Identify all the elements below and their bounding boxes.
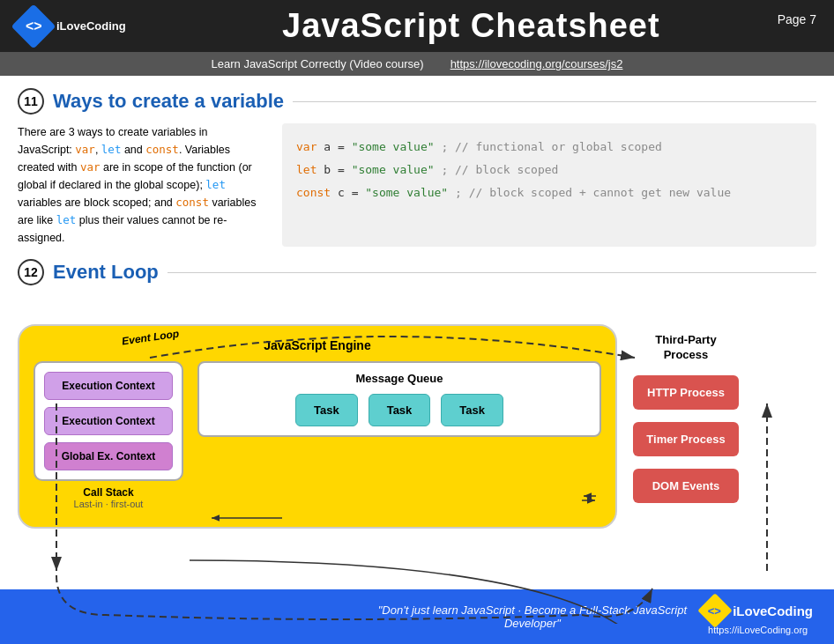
code-str2: "some value" bbox=[352, 163, 435, 176]
section12-title: Event Loop bbox=[53, 261, 159, 284]
footer-quote: "Don't just learn JavaScript · Become a … bbox=[362, 603, 704, 630]
main-content: 11 Ways to create a variable There are 3… bbox=[0, 76, 834, 633]
third-party-boxes: HTTP Process Timer Process DOM Events bbox=[633, 375, 739, 503]
section12-header: 12 Event Loop bbox=[18, 259, 816, 285]
code-eq3: = bbox=[352, 186, 366, 199]
let-keyword: let bbox=[101, 143, 122, 156]
code-var-a: a bbox=[324, 140, 331, 153]
task-3: Task bbox=[441, 394, 503, 426]
logo-area: <> iLoveCoding bbox=[18, 11, 126, 42]
code-let-kw: let bbox=[296, 163, 316, 176]
code-block: var a = "some value" ; // functional or … bbox=[282, 123, 816, 247]
footer-logo: <> iLoveCoding https://iLoveCoding.org bbox=[703, 598, 813, 635]
footer: "Don't just learn JavaScript · Become a … bbox=[0, 589, 834, 644]
js-engine-label: JavaScript Engine bbox=[34, 338, 601, 352]
code-comment2: ; // block scoped bbox=[441, 163, 558, 176]
third-party-label: Third-PartyProcess bbox=[655, 333, 716, 363]
footer-url: https://iLoveCoding.org bbox=[708, 625, 808, 635]
task-2: Task bbox=[369, 394, 431, 426]
logo-text: iLoveCoding bbox=[56, 19, 126, 33]
section11-title: Ways to create a variable bbox=[53, 90, 284, 113]
timer-process-box: Timer Process bbox=[633, 422, 739, 456]
let-keyword3: let bbox=[56, 213, 77, 226]
const-keyword: const bbox=[145, 143, 179, 156]
message-queue-box: Message Queue Task Task Task bbox=[197, 361, 601, 437]
code-var-kw: var bbox=[296, 140, 316, 153]
const-keyword2: const bbox=[175, 196, 209, 209]
section12-divider bbox=[168, 272, 816, 273]
footer-logo-row: <> iLoveCoding bbox=[703, 598, 813, 623]
mq-label: Message Queue bbox=[212, 372, 587, 385]
message-queue-area: Message Queue Task Task Task bbox=[197, 361, 601, 437]
section11-header: 11 Ways to create a variable bbox=[18, 88, 816, 115]
code-comment1: ; // functional or global scoped bbox=[441, 140, 661, 153]
call-stack-label: Call Stack bbox=[83, 486, 133, 499]
engine-inner: Execution Context Execution Context Glob… bbox=[34, 361, 601, 509]
js-engine-box: JavaScript Engine Execution Context Exec… bbox=[18, 324, 617, 529]
call-stack-area: Execution Context Execution Context Glob… bbox=[34, 361, 183, 509]
code-line3: const c = "some value" ; // block scoped… bbox=[296, 181, 802, 204]
course-link[interactable]: https://ilovecoding.org/courses/js2 bbox=[451, 57, 623, 70]
code-eq2: = bbox=[338, 163, 352, 176]
logo-diamond-icon: <> bbox=[11, 4, 56, 48]
code-var-c: c bbox=[338, 186, 345, 199]
code-str1: "some value" bbox=[352, 140, 435, 153]
code-str3: "some value" bbox=[365, 186, 448, 199]
global-exec-ctx: Global Ex. Context bbox=[44, 442, 173, 470]
code-var-b: b bbox=[324, 163, 331, 176]
subtitle-bar: Learn JavaScript Correctly (Video course… bbox=[0, 52, 834, 76]
page-title: JavaScript Cheatsheet bbox=[126, 7, 816, 45]
task-1: Task bbox=[295, 394, 358, 426]
section12-number: 12 bbox=[18, 259, 44, 285]
var-keyword2: var bbox=[80, 160, 101, 174]
code-const-kw: const bbox=[296, 186, 331, 199]
header: <> iLoveCoding JavaScript Cheatsheet Pag… bbox=[0, 0, 834, 52]
exec-ctx-2: Execution Context bbox=[44, 407, 173, 435]
third-party-area: Third-PartyProcess HTTP Process Timer Pr… bbox=[617, 324, 741, 503]
event-loop-diagram: Event Loop JavaScript Engine Execution C… bbox=[18, 324, 816, 624]
subtitle-text: Learn JavaScript Correctly (Video course… bbox=[212, 57, 424, 70]
let-keyword2: let bbox=[205, 178, 226, 191]
footer-brand-text: iLoveCoding bbox=[733, 603, 813, 618]
page-number: Page 7 bbox=[778, 12, 816, 26]
http-process-box: HTTP Process bbox=[633, 375, 739, 410]
code-comment3: ; // block scoped + cannot get new value bbox=[455, 186, 731, 199]
call-stack-sublabel: Last-in · first-out bbox=[74, 499, 144, 509]
var-keyword: var bbox=[75, 143, 95, 156]
code-line1: var a = "some value" ; // functional or … bbox=[296, 136, 802, 159]
section11-number: 11 bbox=[18, 88, 44, 115]
section11-divider bbox=[293, 101, 816, 102]
tasks-row: Task Task Task bbox=[212, 394, 587, 426]
call-stack-box: Execution Context Execution Context Glob… bbox=[34, 361, 183, 481]
section11-description: There are 3 ways to create variables in … bbox=[18, 123, 264, 247]
code-line2: let b = "some value" ; // block scoped bbox=[296, 159, 802, 181]
code-eq1: = bbox=[338, 140, 352, 153]
exec-ctx-1: Execution Context bbox=[44, 372, 173, 400]
footer-diamond-icon: <> bbox=[697, 593, 733, 628]
dom-events-box: DOM Events bbox=[633, 469, 739, 503]
section11-body: There are 3 ways to create variables in … bbox=[18, 123, 816, 247]
